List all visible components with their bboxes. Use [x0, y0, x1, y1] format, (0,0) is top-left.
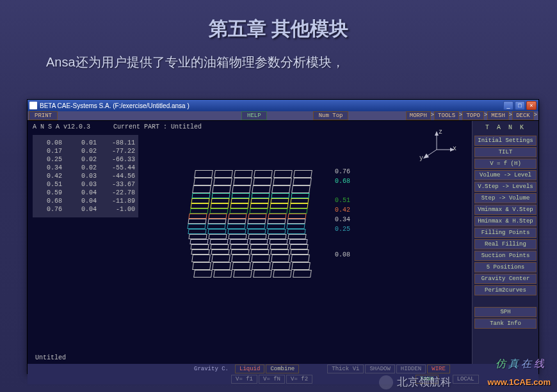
app-version: A N S A v12.0.3	[33, 123, 90, 130]
level-label: 0.25	[335, 226, 350, 233]
window-titlebar: BETA CAE-Systems S.A. (F:/exercise/Untit…	[28, 100, 538, 111]
wire-button[interactable]: WIRE	[427, 365, 450, 373]
app-window: BETA CAE-Systems S.A. (F:/exercise/Untit…	[27, 99, 539, 374]
level-label: 0.08	[335, 252, 350, 258]
viewport[interactable]: A N S A v12.0.3 Current PART : Untitled …	[28, 121, 472, 364]
tank-panel-button[interactable]: Hminmax & H.Step	[474, 216, 537, 226]
slide-title: 第五章 其他模块	[0, 0, 557, 42]
print-button[interactable]: PRINT	[29, 111, 58, 120]
topo-button[interactable]: TOPO	[462, 111, 484, 120]
tank-panel: T A N K Initial SettingsTILTV = f (H)Vol…	[472, 121, 538, 364]
watermark-url: www.1CAE.com	[488, 377, 551, 387]
data-row: 0.51 0.03 -33.67	[39, 180, 132, 189]
current-part: Current PART : Untitled	[113, 123, 202, 130]
tank-panel-button[interactable]: SPH	[474, 307, 537, 317]
mesh-button[interactable]: MESH	[487, 111, 509, 120]
level-label: 0.68	[335, 178, 350, 185]
tank-panel-button[interactable]: Real Filling	[474, 239, 537, 249]
tank-panel-button[interactable]: Filling Points	[474, 228, 537, 238]
numtop-button[interactable]: Num Top	[313, 111, 349, 120]
tank-panel-button[interactable]: 5 Positions	[474, 262, 537, 272]
tank-panel-button[interactable]: Volume -> Level	[474, 170, 537, 180]
minimize-button[interactable]: _	[503, 101, 513, 110]
tank-panel-button[interactable]: Step -> Volume	[474, 193, 537, 203]
tank-panel-button[interactable]: Initial Settings	[474, 136, 537, 146]
combine-button[interactable]: Combine	[266, 365, 299, 373]
data-row: 0.34 0.02 -55.44	[39, 164, 132, 172]
axis-triad: z x y	[417, 130, 456, 162]
liquid-button[interactable]: Liquid	[235, 365, 264, 373]
data-row: 0.42 0.03 -44.56	[39, 172, 132, 180]
data-row: 0.76 0.04 -1.00	[39, 205, 132, 214]
tank-panel-header: T A N K	[474, 123, 537, 134]
tank-panel-button[interactable]: V.Step -> Levels	[474, 182, 537, 192]
main-area: A N S A v12.0.3 Current PART : Untitled …	[28, 121, 538, 364]
hidden-button[interactable]: HIDDEN	[396, 365, 426, 373]
window-title: BETA CAE-Systems S.A. (F:/exercise/Untit…	[40, 102, 503, 109]
tank-wireframe	[188, 170, 316, 278]
help-button[interactable]: HELP	[241, 111, 267, 120]
deck-button[interactable]: DECK	[512, 111, 534, 120]
data-row: 0.68 0.04 -11.89	[39, 197, 132, 205]
data-panel: 0.08 0.01 -88.11 0.17 0.02 -77.22 0.25 0…	[33, 135, 138, 217]
shadow-button[interactable]: SHADOW	[365, 365, 394, 373]
tank-panel-button[interactable]: Suction Points	[474, 251, 537, 261]
level-label: 0.51	[335, 198, 350, 204]
data-row: 0.17 0.02 -77.22	[39, 147, 132, 155]
maximize-button[interactable]: □	[515, 101, 525, 110]
vfn-button[interactable]: V= fN	[259, 375, 285, 384]
morph-button[interactable]: MORPH	[406, 111, 431, 120]
top-toolbar: PRINT HELP Num Top MORPH > TOOLS > TOPO …	[28, 111, 538, 121]
axis-x-label: x	[453, 145, 456, 152]
tank-panel-button[interactable]: Tank Info	[474, 318, 537, 329]
watermark-slogan: 仿真在线	[496, 357, 545, 371]
tank-panel-button[interactable]: Gravity Center	[474, 274, 537, 284]
caret-icon: >	[534, 111, 537, 120]
tank-panel-button[interactable]: Perim2curves	[474, 285, 537, 295]
thick-button[interactable]: Thick Vi	[327, 365, 364, 373]
company-logo-icon	[379, 375, 393, 389]
bottom-bar-2: V= f1 V= fN V= f2 TANK LOCAL	[28, 374, 538, 384]
level-label: 0.34	[335, 217, 350, 223]
level-label: 0.42	[335, 207, 350, 214]
tools-button[interactable]: TOOLS	[434, 111, 459, 120]
slide-text: Ansa还为用户提供了专业的油箱物理参数分析模块，	[0, 42, 557, 77]
bottom-label: Gravity C.	[194, 366, 229, 372]
axis-z-label: z	[439, 129, 442, 136]
local-button[interactable]: LOCAL	[453, 375, 479, 384]
svg-marker-5	[423, 153, 429, 159]
viewport-model-label: Untitled	[35, 354, 66, 361]
level-label: 0.76	[335, 169, 350, 175]
data-row: 0.59 0.04 -22.78	[39, 189, 132, 197]
data-row: 0.08 0.01 -88.11	[39, 139, 132, 147]
tank-panel-button[interactable]: Vminmax & V.Step	[474, 205, 537, 215]
data-row: 0.25 0.02 -66.33	[39, 155, 132, 164]
bottom-bar: Gravity C. Liquid Combine Thick Vi SHADO…	[28, 364, 538, 374]
watermark-company: 北京领航科	[379, 375, 451, 389]
vf2-button[interactable]: V= f2	[286, 375, 312, 384]
tank-panel-button[interactable]: V = f (H)	[474, 159, 537, 169]
close-button[interactable]: ×	[526, 101, 537, 110]
app-icon	[29, 102, 37, 109]
tank-panel-button[interactable]: TILT	[474, 147, 537, 157]
vf1-button[interactable]: V= f1	[231, 375, 257, 384]
status-line: A N S A v12.0.3 Current PART : Untitled	[28, 121, 472, 133]
axis-y-label: y	[419, 155, 423, 162]
